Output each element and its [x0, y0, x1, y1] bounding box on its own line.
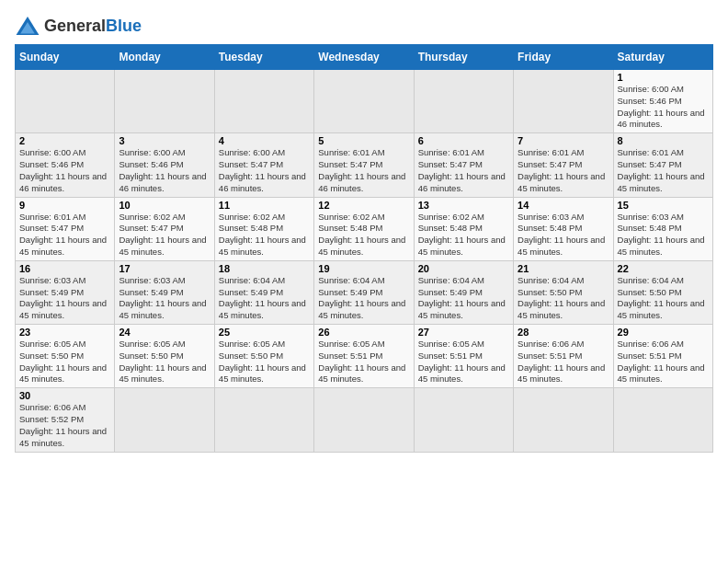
table-cell: 30Sunrise: 6:06 AM Sunset: 5:52 PM Dayli… — [16, 388, 115, 452]
day-info: Sunrise: 6:04 AM Sunset: 5:50 PM Dayligh… — [518, 275, 609, 322]
table-cell: 10Sunrise: 6:02 AM Sunset: 5:47 PM Dayli… — [115, 197, 214, 260]
table-cell — [514, 70, 613, 133]
table-cell — [16, 70, 115, 133]
day-info: Sunrise: 6:06 AM Sunset: 5:51 PM Dayligh… — [618, 339, 709, 385]
table-cell: 21Sunrise: 6:04 AM Sunset: 5:50 PM Dayli… — [514, 260, 613, 324]
day-info: Sunrise: 6:03 AM Sunset: 5:49 PM Dayligh… — [119, 275, 210, 322]
day-info: Sunrise: 6:05 AM Sunset: 5:50 PM Dayligh… — [119, 339, 210, 385]
table-cell: 18Sunrise: 6:04 AM Sunset: 5:49 PM Dayli… — [214, 260, 313, 324]
day-info: Sunrise: 6:04 AM Sunset: 5:49 PM Dayligh… — [318, 275, 409, 322]
table-cell: 27Sunrise: 6:05 AM Sunset: 5:51 PM Dayli… — [414, 325, 513, 388]
day-info: Sunrise: 6:06 AM Sunset: 5:51 PM Dayligh… — [518, 339, 609, 385]
day-info: Sunrise: 6:02 AM Sunset: 5:48 PM Dayligh… — [418, 212, 509, 259]
table-cell — [414, 388, 513, 452]
table-cell — [314, 388, 414, 452]
week-row-1: 1Sunrise: 6:00 AM Sunset: 5:46 PM Daylig… — [16, 70, 713, 133]
table-cell — [514, 388, 613, 452]
day-number: 7 — [518, 135, 609, 146]
table-cell: 14Sunrise: 6:03 AM Sunset: 5:48 PM Dayli… — [514, 197, 613, 260]
day-info: Sunrise: 6:01 AM Sunset: 5:47 PM Dayligh… — [518, 147, 609, 194]
day-number: 3 — [119, 135, 210, 146]
table-cell: 22Sunrise: 6:04 AM Sunset: 5:50 PM Dayli… — [613, 260, 712, 324]
day-number: 20 — [418, 263, 509, 274]
weekday-header-sunday: Sunday — [16, 45, 115, 70]
day-number: 14 — [518, 200, 609, 211]
day-info: Sunrise: 6:00 AM Sunset: 5:47 PM Dayligh… — [219, 147, 310, 194]
day-number: 17 — [119, 263, 210, 274]
week-row-3: 9Sunrise: 6:01 AM Sunset: 5:47 PM Daylig… — [16, 197, 713, 260]
day-info: Sunrise: 6:01 AM Sunset: 5:47 PM Dayligh… — [618, 147, 709, 194]
day-number: 11 — [219, 200, 310, 211]
day-info: Sunrise: 6:01 AM Sunset: 5:47 PM Dayligh… — [318, 147, 409, 194]
day-number: 4 — [219, 135, 310, 146]
day-info: Sunrise: 6:00 AM Sunset: 5:46 PM Dayligh… — [618, 84, 709, 131]
day-number: 6 — [418, 135, 509, 146]
day-number: 30 — [19, 390, 110, 401]
day-number: 12 — [318, 200, 409, 211]
day-info: Sunrise: 6:05 AM Sunset: 5:50 PM Dayligh… — [219, 339, 310, 385]
week-row-6: 30Sunrise: 6:06 AM Sunset: 5:52 PM Dayli… — [16, 388, 713, 452]
day-info: Sunrise: 6:00 AM Sunset: 5:46 PM Dayligh… — [19, 147, 110, 194]
table-cell — [214, 388, 313, 452]
table-cell: 23Sunrise: 6:05 AM Sunset: 5:50 PM Dayli… — [16, 325, 115, 388]
day-info: Sunrise: 6:01 AM Sunset: 5:47 PM Dayligh… — [418, 147, 509, 194]
weekday-header-row: SundayMondayTuesdayWednesdayThursdayFrid… — [16, 45, 713, 70]
table-cell: 4Sunrise: 6:00 AM Sunset: 5:47 PM Daylig… — [214, 133, 313, 197]
week-row-5: 23Sunrise: 6:05 AM Sunset: 5:50 PM Dayli… — [16, 325, 713, 388]
table-cell: 12Sunrise: 6:02 AM Sunset: 5:48 PM Dayli… — [314, 197, 414, 260]
table-cell: 29Sunrise: 6:06 AM Sunset: 5:51 PM Dayli… — [613, 325, 712, 388]
day-number: 22 — [618, 263, 709, 274]
table-cell: 16Sunrise: 6:03 AM Sunset: 5:49 PM Dayli… — [16, 260, 115, 324]
table-cell: 2Sunrise: 6:00 AM Sunset: 5:46 PM Daylig… — [16, 133, 115, 197]
day-number: 26 — [318, 327, 409, 338]
table-cell: 24Sunrise: 6:05 AM Sunset: 5:50 PM Dayli… — [115, 325, 214, 388]
weekday-header-tuesday: Tuesday — [214, 45, 313, 70]
day-info: Sunrise: 6:04 AM Sunset: 5:49 PM Dayligh… — [418, 275, 509, 322]
day-number: 29 — [618, 327, 709, 338]
day-number: 21 — [518, 263, 609, 274]
day-number: 28 — [518, 327, 609, 338]
table-cell: 19Sunrise: 6:04 AM Sunset: 5:49 PM Dayli… — [314, 260, 414, 324]
table-cell: 3Sunrise: 6:00 AM Sunset: 5:46 PM Daylig… — [115, 133, 214, 197]
weekday-header-thursday: Thursday — [414, 45, 513, 70]
day-number: 24 — [119, 327, 210, 338]
table-cell: 17Sunrise: 6:03 AM Sunset: 5:49 PM Dayli… — [115, 260, 214, 324]
logo-icon — [15, 15, 40, 37]
day-number: 27 — [418, 327, 509, 338]
day-number: 13 — [418, 200, 509, 211]
day-number: 2 — [19, 135, 110, 146]
day-number: 18 — [219, 263, 310, 274]
day-info: Sunrise: 6:04 AM Sunset: 5:50 PM Dayligh… — [618, 275, 709, 322]
day-info: Sunrise: 6:05 AM Sunset: 5:51 PM Dayligh… — [418, 339, 509, 385]
day-info: Sunrise: 6:01 AM Sunset: 5:47 PM Dayligh… — [19, 212, 110, 259]
day-number: 16 — [19, 263, 110, 274]
day-info: Sunrise: 6:03 AM Sunset: 5:49 PM Dayligh… — [19, 275, 110, 322]
table-cell: 26Sunrise: 6:05 AM Sunset: 5:51 PM Dayli… — [314, 325, 414, 388]
day-number: 5 — [318, 135, 409, 146]
day-number: 8 — [618, 135, 709, 146]
day-info: Sunrise: 6:03 AM Sunset: 5:48 PM Dayligh… — [518, 212, 609, 259]
table-cell — [214, 70, 313, 133]
day-info: Sunrise: 6:06 AM Sunset: 5:52 PM Dayligh… — [19, 402, 110, 449]
table-cell: 20Sunrise: 6:04 AM Sunset: 5:49 PM Dayli… — [414, 260, 513, 324]
table-cell: 5Sunrise: 6:01 AM Sunset: 5:47 PM Daylig… — [314, 133, 414, 197]
weekday-header-wednesday: Wednesday — [314, 45, 414, 70]
table-cell — [115, 388, 214, 452]
day-number: 23 — [19, 327, 110, 338]
day-number: 25 — [219, 327, 310, 338]
weekday-header-friday: Friday — [514, 45, 613, 70]
calendar-table: SundayMondayTuesdayWednesdayThursdayFrid… — [15, 44, 713, 453]
day-number: 9 — [19, 200, 110, 211]
table-cell: 15Sunrise: 6:03 AM Sunset: 5:48 PM Dayli… — [613, 197, 712, 260]
logo: GeneralBlue — [15, 15, 142, 37]
day-info: Sunrise: 6:02 AM Sunset: 5:48 PM Dayligh… — [219, 212, 310, 259]
table-cell: 1Sunrise: 6:00 AM Sunset: 5:46 PM Daylig… — [613, 70, 712, 133]
table-cell — [414, 70, 513, 133]
table-cell: 6Sunrise: 6:01 AM Sunset: 5:47 PM Daylig… — [414, 133, 513, 197]
day-number: 19 — [318, 263, 409, 274]
table-cell: 28Sunrise: 6:06 AM Sunset: 5:51 PM Dayli… — [514, 325, 613, 388]
table-cell: 25Sunrise: 6:05 AM Sunset: 5:50 PM Dayli… — [214, 325, 313, 388]
logo-text: GeneralBlue — [44, 17, 142, 36]
week-row-4: 16Sunrise: 6:03 AM Sunset: 5:49 PM Dayli… — [16, 260, 713, 324]
table-cell — [613, 388, 712, 452]
